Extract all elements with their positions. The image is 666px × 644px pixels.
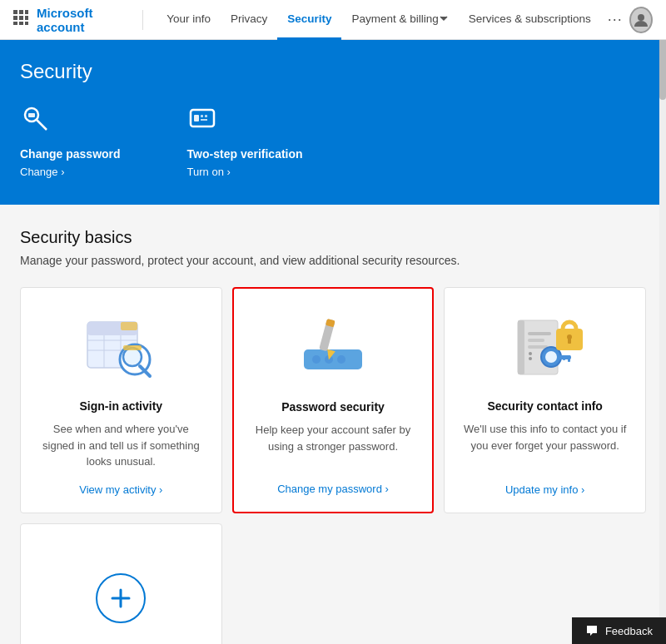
svg-point-30	[312, 355, 321, 364]
scrollbar[interactable]	[659, 0, 666, 644]
nav-link-payment[interactable]: Payment & billing	[341, 0, 458, 40]
svg-rect-46	[568, 355, 570, 362]
contact-card-desc: We'll use this info to contact you if yo…	[461, 421, 629, 470]
add-card[interactable]	[20, 523, 222, 645]
svg-rect-0	[13, 10, 17, 14]
signin-card-title: Sign-in activity	[80, 399, 163, 413]
grid-icon[interactable]	[13, 10, 28, 29]
hero-cards: Change password Change › Two-step verifi…	[20, 103, 646, 178]
svg-point-9	[638, 14, 644, 21]
two-step-icon	[187, 103, 303, 139]
contact-illustration	[495, 311, 595, 386]
nav-logo[interactable]: Microsoft account	[37, 6, 129, 34]
hero-section: Security Change password Change ›	[0, 40, 666, 205]
security-contact-card: Security contact info We'll use this inf…	[444, 287, 646, 513]
avatar[interactable]	[629, 7, 653, 33]
svg-rect-1	[19, 10, 23, 14]
svg-rect-7	[19, 22, 23, 25]
svg-rect-14	[194, 115, 199, 121]
svg-rect-51	[568, 338, 571, 344]
nav-link-privacy[interactable]: Privacy	[221, 0, 277, 40]
password-card-desc: Help keep your account safer by using a …	[251, 422, 416, 469]
svg-rect-28	[123, 345, 142, 350]
two-step-label: Two-step verification	[187, 147, 303, 161]
feedback-bar[interactable]: Feedback	[572, 617, 666, 644]
contact-card-title: Security contact info	[487, 399, 602, 413]
change-password-link[interactable]: Change ›	[20, 166, 121, 178]
svg-line-11	[37, 120, 47, 130]
svg-rect-4	[19, 16, 23, 20]
chevron-down-icon	[439, 13, 449, 23]
svg-point-44	[545, 351, 557, 363]
password-card-link[interactable]: Change my password ›	[277, 483, 389, 495]
hero-card-change-password: Change password Change ›	[20, 103, 121, 178]
nav-more-icon[interactable]: ···	[601, 0, 629, 40]
svg-rect-15	[201, 115, 203, 117]
feedback-label: Feedback	[605, 625, 653, 637]
signin-card-desc: See when and where you've signed in and …	[37, 421, 205, 470]
main-section: Security basics Manage your password, pr…	[0, 205, 666, 644]
svg-rect-47	[563, 355, 565, 360]
svg-rect-8	[25, 22, 28, 25]
feedback-icon	[585, 624, 599, 637]
svg-rect-40	[528, 345, 548, 349]
svg-rect-3	[13, 16, 17, 20]
signin-illustration	[71, 311, 171, 386]
svg-point-26	[123, 348, 142, 366]
svg-rect-37	[518, 320, 524, 374]
nav-link-services[interactable]: Services & subscriptions	[459, 0, 601, 40]
nav-links: Your info Privacy Security Payment & bil…	[157, 0, 601, 40]
svg-point-41	[529, 352, 532, 355]
nav-bar: Microsoft account Your info Privacy Secu…	[0, 0, 666, 40]
nav-link-security[interactable]: Security	[277, 0, 341, 40]
nav-divider	[142, 10, 143, 30]
nav-link-your-info[interactable]: Your info	[157, 0, 221, 40]
password-security-card: Password security Help keep your account…	[232, 287, 435, 513]
svg-point-42	[529, 357, 532, 360]
password-card-title: Password security	[281, 400, 385, 414]
nav-link-payment-label: Payment & billing	[351, 12, 438, 25]
two-step-link[interactable]: Turn on ›	[187, 166, 303, 178]
svg-rect-12	[28, 113, 35, 117]
signin-activity-card: Sign-in activity See when and where you'…	[20, 287, 222, 513]
change-password-icon	[20, 103, 121, 139]
section-title: Security basics	[20, 228, 646, 247]
hero-card-two-step: Two-step verification Turn on ›	[187, 103, 303, 178]
change-password-label: Change password	[20, 147, 121, 161]
section-desc: Manage your password, protect your accou…	[20, 254, 646, 267]
signin-card-link[interactable]: View my activity ›	[79, 483, 162, 496]
svg-rect-16	[205, 115, 207, 117]
svg-rect-5	[25, 16, 28, 20]
svg-point-32	[337, 355, 345, 364]
svg-rect-6	[13, 22, 17, 25]
password-illustration	[283, 312, 383, 387]
contact-card-link[interactable]: Update my info ›	[505, 483, 584, 496]
cards-grid: Sign-in activity See when and where you'…	[20, 287, 646, 644]
svg-rect-38	[528, 332, 551, 335]
svg-rect-39	[528, 339, 544, 342]
svg-rect-2	[25, 10, 28, 14]
hero-title: Security	[20, 60, 646, 83]
add-circle-icon	[96, 573, 146, 623]
svg-rect-24	[121, 322, 137, 330]
